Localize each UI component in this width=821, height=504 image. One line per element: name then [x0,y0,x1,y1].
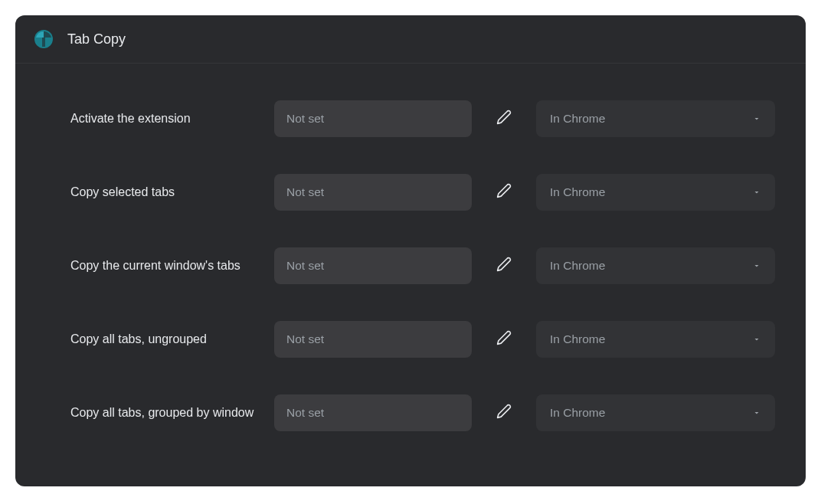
pencil-icon [496,330,512,349]
shortcut-input[interactable]: Not set [274,100,472,137]
caret-down-icon [752,335,761,344]
shortcuts-list: Activate the extension Not set In Chrome… [15,64,806,486]
shortcut-label: Copy all tabs, ungrouped [70,321,259,348]
shortcut-input[interactable]: Not set [274,174,472,211]
pencil-icon [496,257,512,275]
scope-select[interactable]: In Chrome [536,174,775,211]
caret-down-icon [752,114,761,123]
scope-value: In Chrome [550,259,605,273]
pencil-icon [496,404,512,422]
shortcut-input[interactable]: Not set [274,247,472,284]
shortcuts-card: Tab Copy Activate the extension Not set … [15,15,806,486]
edit-button[interactable] [487,247,521,284]
caret-down-icon [752,408,761,417]
shortcut-input[interactable]: Not set [274,394,472,431]
scope-select[interactable]: In Chrome [536,100,775,137]
shortcut-value: Not set [286,259,324,273]
shortcut-label: Activate the extension [70,100,259,127]
shortcut-row: Copy all tabs, grouped by window Not set… [70,376,775,450]
scope-value: In Chrome [550,112,605,126]
shortcut-row: Copy the current window's tabs Not set I… [70,229,775,303]
pencil-icon [496,110,512,128]
edit-button[interactable] [487,394,521,431]
edit-button[interactable] [487,174,521,211]
edit-button[interactable] [487,100,521,137]
extension-icon [34,29,54,49]
shortcut-row: Copy selected tabs Not set In Chrome [70,155,775,229]
shortcut-label: Copy the current window's tabs [70,247,259,274]
page-title: Tab Copy [67,31,126,47]
edit-button[interactable] [487,321,521,358]
pencil-icon [496,183,512,201]
shortcut-input[interactable]: Not set [274,321,472,358]
scope-select[interactable]: In Chrome [536,321,775,358]
shortcut-row: Copy all tabs, ungrouped Not set In Chro… [70,303,775,376]
shortcut-label: Copy selected tabs [70,174,259,201]
scope-value: In Chrome [550,406,605,420]
shortcut-row: Activate the extension Not set In Chrome [70,82,775,155]
caret-down-icon [752,261,761,270]
scope-select[interactable]: In Chrome [536,394,775,431]
shortcut-value: Not set [286,406,324,420]
scope-value: In Chrome [550,185,605,199]
caret-down-icon [752,188,761,197]
shortcut-label: Copy all tabs, grouped by window [70,394,259,421]
shortcut-value: Not set [286,185,324,199]
card-header: Tab Copy [15,15,806,64]
shortcut-value: Not set [286,112,324,126]
scope-select[interactable]: In Chrome [536,247,775,284]
scope-value: In Chrome [550,332,605,346]
shortcut-value: Not set [286,332,324,346]
